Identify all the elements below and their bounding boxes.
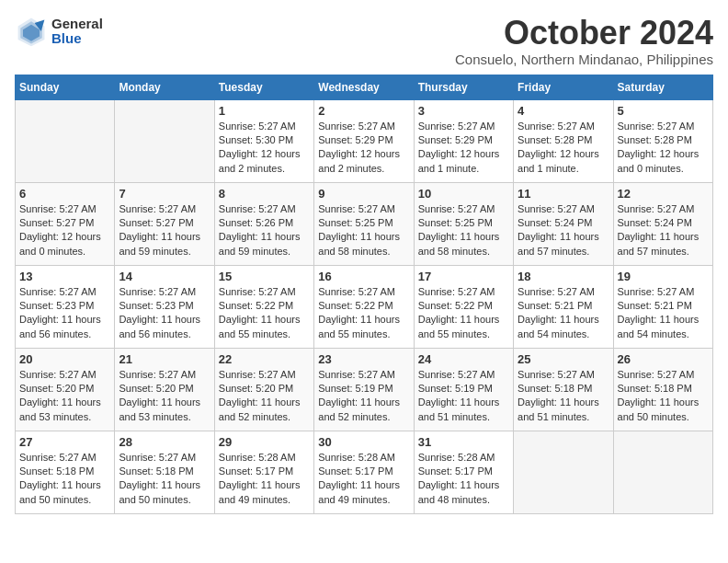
calendar-cell: 4Sunrise: 5:27 AM Sunset: 5:28 PM Daylig… [514, 99, 613, 182]
day-info: Sunrise: 5:27 AM Sunset: 5:23 PM Dayligh… [19, 285, 110, 342]
week-row-5: 27Sunrise: 5:27 AM Sunset: 5:18 PM Dayli… [16, 431, 713, 513]
week-row-3: 13Sunrise: 5:27 AM Sunset: 5:23 PM Dayli… [16, 265, 713, 348]
calendar-cell: 25Sunrise: 5:27 AM Sunset: 5:18 PM Dayli… [514, 348, 613, 431]
calendar-cell: 24Sunrise: 5:27 AM Sunset: 5:19 PM Dayli… [414, 348, 513, 431]
day-number: 3 [418, 104, 509, 118]
day-info: Sunrise: 5:27 AM Sunset: 5:24 PM Dayligh… [618, 202, 709, 259]
day-info: Sunrise: 5:27 AM Sunset: 5:19 PM Dayligh… [318, 368, 409, 425]
day-info: Sunrise: 5:28 AM Sunset: 5:17 PM Dayligh… [418, 451, 509, 508]
header-day-sunday: Sunday [16, 75, 115, 99]
calendar-cell: 23Sunrise: 5:27 AM Sunset: 5:19 PM Dayli… [314, 348, 414, 431]
day-number: 1 [219, 104, 310, 118]
logo-general-label: General [51, 17, 103, 32]
calendar-cell: 2Sunrise: 5:27 AM Sunset: 5:29 PM Daylig… [314, 99, 414, 182]
calendar-cell: 28Sunrise: 5:27 AM Sunset: 5:18 PM Dayli… [115, 431, 214, 513]
header-day-monday: Monday [115, 75, 214, 99]
day-number: 30 [318, 435, 409, 449]
calendar-cell: 27Sunrise: 5:27 AM Sunset: 5:18 PM Dayli… [16, 431, 115, 513]
header-row: SundayMondayTuesdayWednesdayThursdayFrid… [16, 75, 713, 99]
day-info: Sunrise: 5:27 AM Sunset: 5:28 PM Dayligh… [518, 120, 609, 177]
calendar-cell: 22Sunrise: 5:27 AM Sunset: 5:20 PM Dayli… [214, 348, 313, 431]
day-info: Sunrise: 5:27 AM Sunset: 5:30 PM Dayligh… [219, 120, 310, 177]
week-row-1: 1Sunrise: 5:27 AM Sunset: 5:30 PM Daylig… [16, 99, 713, 182]
calendar-cell: 7Sunrise: 5:27 AM Sunset: 5:27 PM Daylig… [115, 182, 214, 265]
day-number: 25 [518, 352, 609, 366]
calendar-cell: 19Sunrise: 5:27 AM Sunset: 5:21 PM Dayli… [613, 265, 712, 348]
day-number: 6 [19, 187, 110, 201]
day-number: 5 [618, 104, 709, 118]
day-number: 21 [119, 352, 210, 366]
day-info: Sunrise: 5:27 AM Sunset: 5:25 PM Dayligh… [418, 202, 509, 259]
calendar-cell: 6Sunrise: 5:27 AM Sunset: 5:27 PM Daylig… [16, 182, 115, 265]
calendar-cell: 8Sunrise: 5:27 AM Sunset: 5:26 PM Daylig… [214, 182, 313, 265]
calendar-cell: 31Sunrise: 5:28 AM Sunset: 5:17 PM Dayli… [414, 431, 513, 513]
day-number: 18 [518, 270, 609, 283]
day-info: Sunrise: 5:27 AM Sunset: 5:29 PM Dayligh… [418, 120, 509, 177]
calendar-cell [514, 431, 613, 513]
day-number: 13 [19, 270, 110, 283]
day-number: 11 [518, 187, 609, 201]
day-info: Sunrise: 5:27 AM Sunset: 5:22 PM Dayligh… [318, 285, 409, 342]
day-number: 7 [119, 187, 210, 201]
day-info: Sunrise: 5:27 AM Sunset: 5:20 PM Dayligh… [119, 368, 210, 425]
day-number: 12 [618, 187, 709, 201]
day-info: Sunrise: 5:27 AM Sunset: 5:20 PM Dayligh… [19, 368, 110, 425]
calendar-cell: 14Sunrise: 5:27 AM Sunset: 5:23 PM Dayli… [115, 265, 214, 348]
calendar-cell: 11Sunrise: 5:27 AM Sunset: 5:24 PM Dayli… [514, 182, 613, 265]
week-row-4: 20Sunrise: 5:27 AM Sunset: 5:20 PM Dayli… [16, 348, 713, 431]
calendar-cell [115, 99, 214, 182]
calendar-cell: 16Sunrise: 5:27 AM Sunset: 5:22 PM Dayli… [314, 265, 414, 348]
day-number: 2 [318, 104, 409, 118]
calendar-cell: 21Sunrise: 5:27 AM Sunset: 5:20 PM Dayli… [115, 348, 214, 431]
day-number: 10 [418, 187, 509, 201]
day-info: Sunrise: 5:27 AM Sunset: 5:19 PM Dayligh… [418, 368, 509, 425]
day-number: 19 [618, 270, 709, 283]
day-info: Sunrise: 5:27 AM Sunset: 5:18 PM Dayligh… [618, 368, 709, 425]
day-number: 20 [19, 352, 110, 366]
day-number: 24 [418, 352, 509, 366]
day-info: Sunrise: 5:27 AM Sunset: 5:27 PM Dayligh… [119, 202, 210, 259]
day-info: Sunrise: 5:27 AM Sunset: 5:18 PM Dayligh… [518, 368, 609, 425]
calendar-cell: 3Sunrise: 5:27 AM Sunset: 5:29 PM Daylig… [414, 99, 513, 182]
calendar-cell: 10Sunrise: 5:27 AM Sunset: 5:25 PM Dayli… [414, 182, 513, 265]
calendar-cell: 5Sunrise: 5:27 AM Sunset: 5:28 PM Daylig… [613, 99, 712, 182]
calendar-table: SundayMondayTuesdayWednesdayThursdayFrid… [15, 75, 713, 514]
title-area: October 2024 Consuelo, Northern Mindanao… [455, 15, 713, 67]
calendar-cell: 29Sunrise: 5:28 AM Sunset: 5:17 PM Dayli… [214, 431, 313, 513]
header-day-tuesday: Tuesday [214, 75, 313, 99]
day-info: Sunrise: 5:27 AM Sunset: 5:24 PM Dayligh… [518, 202, 609, 259]
calendar-cell: 18Sunrise: 5:27 AM Sunset: 5:21 PM Dayli… [514, 265, 613, 348]
calendar-cell: 13Sunrise: 5:27 AM Sunset: 5:23 PM Dayli… [16, 265, 115, 348]
day-info: Sunrise: 5:27 AM Sunset: 5:20 PM Dayligh… [219, 368, 310, 425]
day-info: Sunrise: 5:27 AM Sunset: 5:18 PM Dayligh… [19, 451, 110, 508]
day-info: Sunrise: 5:27 AM Sunset: 5:29 PM Dayligh… [318, 120, 409, 177]
header-day-thursday: Thursday [414, 75, 513, 99]
header-day-friday: Friday [514, 75, 613, 99]
day-number: 22 [219, 352, 310, 366]
calendar-cell: 26Sunrise: 5:27 AM Sunset: 5:18 PM Dayli… [613, 348, 712, 431]
month-title: October 2024 [455, 15, 713, 52]
week-row-2: 6Sunrise: 5:27 AM Sunset: 5:27 PM Daylig… [16, 182, 713, 265]
day-number: 15 [219, 270, 310, 283]
day-info: Sunrise: 5:27 AM Sunset: 5:23 PM Dayligh… [119, 285, 210, 342]
calendar-cell [16, 99, 115, 182]
day-number: 27 [19, 435, 110, 449]
calendar-cell: 17Sunrise: 5:27 AM Sunset: 5:22 PM Dayli… [414, 265, 513, 348]
day-number: 23 [318, 352, 409, 366]
day-info: Sunrise: 5:27 AM Sunset: 5:28 PM Dayligh… [618, 120, 709, 177]
day-info: Sunrise: 5:27 AM Sunset: 5:18 PM Dayligh… [119, 451, 210, 508]
header-day-saturday: Saturday [613, 75, 712, 99]
day-number: 17 [418, 270, 509, 283]
day-number: 9 [318, 187, 409, 201]
day-number: 31 [418, 435, 509, 449]
day-info: Sunrise: 5:27 AM Sunset: 5:21 PM Dayligh… [618, 285, 709, 342]
day-info: Sunrise: 5:27 AM Sunset: 5:27 PM Dayligh… [19, 202, 110, 259]
logo-icon [15, 15, 48, 48]
logo: General Blue [15, 15, 103, 48]
day-info: Sunrise: 5:27 AM Sunset: 5:21 PM Dayligh… [518, 285, 609, 342]
day-number: 26 [618, 352, 709, 366]
calendar-cell: 9Sunrise: 5:27 AM Sunset: 5:25 PM Daylig… [314, 182, 414, 265]
day-number: 14 [119, 270, 210, 283]
calendar-cell: 20Sunrise: 5:27 AM Sunset: 5:20 PM Dayli… [16, 348, 115, 431]
day-info: Sunrise: 5:27 AM Sunset: 5:26 PM Dayligh… [219, 202, 310, 259]
